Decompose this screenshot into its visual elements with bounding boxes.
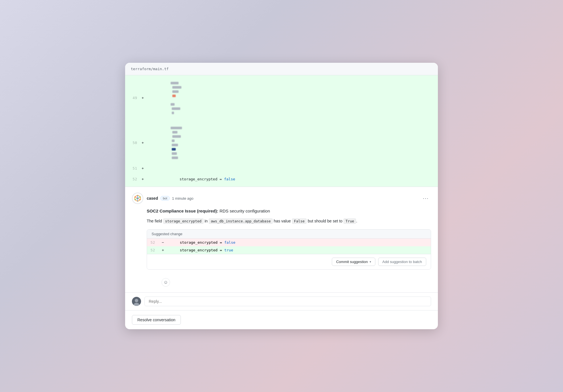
bot-badge: bot	[160, 196, 170, 201]
more-options-button[interactable]: ···	[421, 194, 431, 203]
reaction-row: ☺	[147, 275, 431, 292]
blur5	[171, 103, 175, 106]
cased-logo-icon	[134, 194, 142, 202]
add-to-batch-button[interactable]: Add suggestion to batch	[378, 258, 427, 266]
diff-sign-50: +	[139, 120, 146, 165]
comment-title-rest: RDS security configuration	[218, 208, 270, 213]
suggestion-remove-sign: −	[158, 239, 167, 246]
comment-text-suffix: .	[356, 219, 357, 223]
diff-row-50: 50 +	[125, 120, 438, 165]
review-card: terraform/main.tf 49 + 50	[125, 63, 438, 329]
emoji-reaction-button[interactable]: ☺	[162, 278, 170, 287]
svg-point-6	[135, 299, 138, 302]
blur8	[171, 127, 182, 129]
author-name: cased	[147, 196, 158, 201]
avatar	[132, 193, 143, 204]
blur15	[172, 157, 178, 159]
more-icon: ···	[423, 195, 429, 201]
comment-header: cased bot 1 minute ago ···	[132, 193, 431, 204]
line-num-49: 49	[125, 75, 139, 120]
blur11	[172, 139, 175, 142]
blur7	[172, 112, 174, 114]
field-name-code: storage_encrypted	[163, 218, 204, 224]
timestamp: 1 minute ago	[172, 196, 193, 201]
suggested-change-box: Suggested change 52 − storage_encrypted …	[147, 229, 431, 270]
file-name: terraform/main.tf	[131, 67, 169, 71]
comment-text: The field storage_encrypted in aws_db_in…	[147, 218, 431, 224]
line-num-50: 50	[125, 120, 139, 165]
commit-suggestion-button[interactable]: Commit suggestion ▾	[332, 258, 375, 266]
file-header: terraform/main.tf	[125, 63, 438, 75]
expected-value-code: True	[343, 218, 356, 224]
suggestion-remove-linenum: 52	[147, 239, 158, 246]
blur10	[172, 135, 181, 138]
emoji-icon: ☺	[163, 280, 168, 285]
comment-text-mid3: but should be set to	[307, 219, 343, 223]
blur13	[172, 148, 176, 151]
line-num-51: 51	[125, 165, 139, 172]
reply-section	[125, 292, 438, 310]
diff-table: 49 + 50 +	[125, 75, 438, 187]
blur4	[172, 95, 176, 97]
diff-content-51	[146, 165, 438, 172]
suggestion-add-code: storage_encrypted = true	[167, 246, 431, 254]
suggestion-add-sign: +	[158, 246, 167, 254]
blur2	[172, 86, 181, 89]
diff-content-50	[146, 120, 438, 165]
suggestion-remove-code: storage_encrypted = false	[167, 239, 431, 246]
blur14	[172, 152, 177, 155]
resolve-label: Resolve conversation	[137, 318, 175, 322]
comment-section: cased bot 1 minute ago ··· SOC2 Complian…	[125, 187, 438, 292]
blur6	[172, 107, 180, 110]
suggested-change-header: Suggested change	[147, 230, 431, 239]
comment-title-strong: SOC2 Compliance Issue (required):	[147, 208, 218, 213]
blur9	[172, 131, 177, 134]
suggestion-actions: Commit suggestion ▾ Add suggestion to ba…	[147, 254, 431, 269]
user-avatar-icon	[132, 297, 141, 306]
resource-name-code: aws_db_instance.app_database	[209, 218, 273, 224]
diff-sign-52: +	[139, 172, 146, 187]
diff-row-51: 51 +	[125, 165, 438, 172]
reply-input[interactable]	[144, 297, 431, 306]
diff-row-49: 49 +	[125, 75, 438, 120]
add-to-batch-label: Add suggestion to batch	[382, 260, 422, 264]
diff-sign-51: +	[139, 165, 146, 172]
diff-content-49	[146, 75, 438, 120]
blur12	[172, 144, 178, 146]
suggestion-add-linenum: 52	[147, 246, 158, 254]
comment-text-mid1: in	[204, 219, 209, 223]
suggested-change-label: Suggested change	[152, 232, 182, 236]
resolve-conversation-button[interactable]: Resolve conversation	[132, 315, 181, 325]
current-value-code: False	[292, 218, 307, 224]
diff-row-52: 52 + storage_encrypted = false	[125, 172, 438, 187]
line-num-52: 52	[125, 172, 139, 187]
suggestion-remove-row: 52 − storage_encrypted = false	[147, 239, 431, 246]
comment-title: SOC2 Compliance Issue (required): RDS se…	[147, 208, 431, 214]
commit-suggestion-label: Commit suggestion	[336, 260, 368, 264]
remove-code-false: false	[224, 240, 235, 245]
suggestion-add-row: 52 + storage_encrypted = true	[147, 246, 431, 254]
diff-content-52: storage_encrypted = false	[146, 172, 438, 187]
comment-text-mid2: has value	[273, 219, 292, 223]
resolve-section: Resolve conversation	[125, 310, 438, 329]
reply-avatar	[132, 297, 141, 306]
blur3	[172, 90, 179, 93]
comment-text-prefix: The field	[147, 219, 163, 223]
diff-sign-49: +	[139, 75, 146, 120]
code-false-val: false	[224, 177, 235, 181]
suggestion-diff-table: 52 − storage_encrypted = false 52 + stor…	[147, 239, 431, 254]
comment-body: SOC2 Compliance Issue (required): RDS se…	[147, 208, 431, 292]
chevron-down-icon: ▾	[370, 260, 371, 263]
comment-meta: cased bot 1 minute ago	[147, 196, 421, 201]
add-code-true: true	[224, 248, 233, 252]
blur1	[171, 82, 179, 84]
